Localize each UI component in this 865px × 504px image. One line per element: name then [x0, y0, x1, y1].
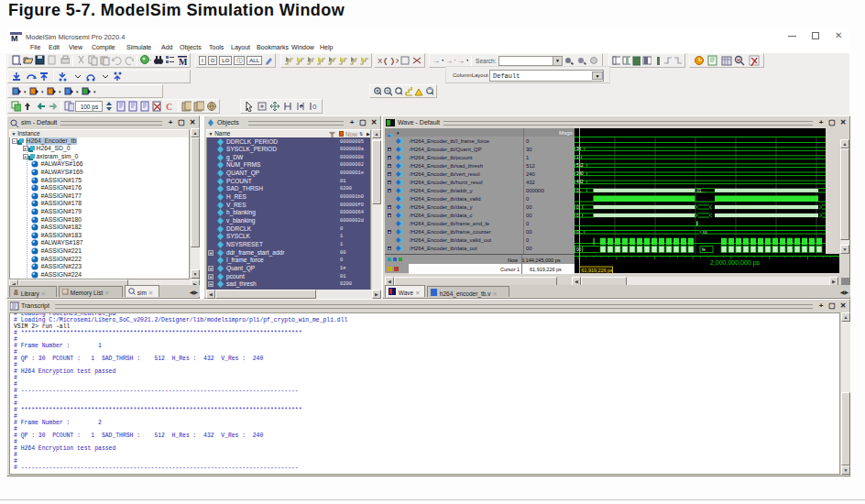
svg-text:240: 240	[576, 171, 584, 176]
svg-text:2,000,000,000 ps: 2,000,000,000 ps	[710, 259, 761, 267]
svg-text:→: →	[432, 57, 440, 65]
svg-text:M: M	[179, 57, 187, 66]
svg-text:30: 30	[576, 147, 582, 151]
svg-text:01...: 01...	[697, 189, 706, 193]
svg-text:61,919,226 ps: 61,919,226 ps	[582, 268, 613, 273]
svg-text:fe: fe	[702, 247, 706, 252]
svg-text:0: 0	[576, 205, 579, 210]
svg-text:C: C	[166, 102, 172, 112]
svg-text:❭X: ❭X	[389, 57, 400, 65]
svg-text:→: →	[445, 57, 453, 65]
svg-text:432: 432	[576, 180, 584, 184]
svg-text:0: 0	[312, 103, 317, 111]
svg-text:00: 00	[576, 247, 582, 252]
svg-text:0: 0	[576, 214, 579, 218]
svg-text:1: 1	[576, 155, 579, 159]
svg-text:X❬: X❬	[378, 57, 388, 65]
svg-text:→: →	[457, 57, 465, 65]
svg-text:512: 512	[576, 163, 584, 168]
